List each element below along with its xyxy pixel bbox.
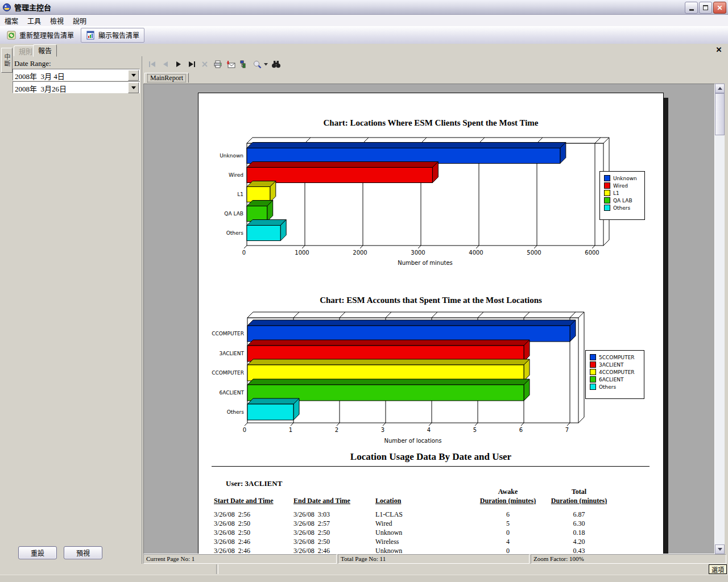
zoom-button[interactable] [251,59,263,69]
category-label: CCOMPUTER [212,370,244,376]
table-cell: 3/26/08 2:46 [214,547,293,554]
reset-button[interactable]: 重設 [18,546,57,559]
show-reports-label: 顯示報告清單 [98,30,139,40]
scroll-up-button[interactable] [715,84,725,93]
first-page-icon [148,61,156,68]
axis-tick [383,423,386,426]
restore-button[interactable] [699,2,712,14]
first-page-button[interactable] [147,59,158,69]
tick-label: 6 [519,427,523,433]
report-page: Chart: Locations Where ESM Clients Spent… [198,93,664,554]
legend-item: L1 [604,189,640,197]
group-tree-button[interactable] [238,59,250,69]
refresh-icon [7,31,16,40]
show-reports-button[interactable]: 顯示報告清單 [81,28,144,43]
scrollbar-thumb[interactable] [715,93,725,135]
axis-tick [291,423,293,426]
axis-tick [429,423,432,426]
axis-tick [418,246,421,248]
table-cell: 3/26/08 3:03 [293,510,375,519]
zoom-dropdown-button[interactable] [263,59,268,69]
tick-label: 5 [473,427,477,433]
main-report-tab[interactable]: MainReport [144,73,189,83]
table-cell: 3/26/08 2:46 [293,547,375,554]
table-cell: 3/26/08 2:50 [214,529,293,538]
table-cell: 3/26/08 2:57 [293,519,375,529]
refresh-reports-button[interactable]: 重新整理報告清單 [2,28,78,42]
minimize-button[interactable] [685,2,698,14]
table-row: 3/26/08 2:503/26/08 2:57Wired56.30 [214,519,623,529]
table-cell: Unknown [375,529,473,538]
legend-swatch [604,197,610,203]
options-button[interactable]: 選項 [709,564,727,574]
bar [247,148,560,164]
bar-top-face [247,398,299,404]
restore-icon [703,5,708,10]
legend-label: Unknown [613,176,637,181]
bar-top-face [247,220,286,226]
legend-item: Unknown [604,174,640,182]
table-cell: 5 [473,519,543,529]
last-page-button[interactable] [186,59,197,69]
date-from-dropdown-button[interactable] [128,70,139,81]
axis-tick [567,423,570,426]
legend-item: 3ACLIENT [590,361,640,368]
menu-item-view[interactable]: 檢視 [46,15,68,27]
tick-label: 2 [335,427,338,433]
date-to-dropdown-button[interactable] [128,82,139,93]
app-icon [2,3,11,12]
panel-close-button[interactable]: ✕ [714,45,723,54]
menu-item-file[interactable]: 檔案 [0,15,23,27]
legend-swatch [604,182,610,189]
prev-page-button[interactable] [160,59,171,69]
preview-button[interactable]: 預視 [64,546,102,559]
axis-tick [521,423,524,426]
table-cell: 4 [473,538,543,547]
legend-label: 3ACLIENT [599,362,624,368]
binoculars-icon [271,60,281,68]
legend-label: 4CCOMPUTER [599,369,635,375]
legend-label: Wired [613,183,628,189]
column-header-awake-duration: Duration (minutes) [480,497,536,505]
section-divider [212,466,650,467]
bar [247,404,293,420]
chevron-up-icon [718,87,722,90]
export-button[interactable] [225,59,237,69]
report-options-panel: Date Range: 2008年 3月 4日 2008年 3月26日 重設 預… [0,56,142,564]
column-header-start: Start Date and Time [214,497,274,505]
tab-reports[interactable]: 報告 [33,44,57,57]
scroll-down-button[interactable] [715,544,725,554]
print-button[interactable] [212,59,224,69]
minimize-icon [689,9,694,11]
table-row: 3/26/08 2:463/26/08 2:50Wireless44.20 [214,538,623,547]
date-to-combobox[interactable]: 2008年 3月26日 [13,81,140,93]
table-cell: 3/26/08 2:46 [214,538,293,547]
stop-loading-button[interactable] [199,59,210,69]
legend-swatch [590,369,596,375]
table-header-row: Start Date and Time End Date and Time Lo… [214,497,623,510]
search-button[interactable] [270,59,282,69]
bar [247,226,280,241]
accounts-chart-title: Chart: ESM Accounts that Spent Time at t… [198,296,663,305]
bar [247,326,570,342]
legend-item: Others [590,383,640,390]
vertical-tab-disconnect[interactable]: 中斷 [1,48,13,73]
date-from-combobox[interactable]: 2008年 3月 4日 [13,69,140,81]
close-button[interactable]: ✕ [713,2,726,14]
tick-label: 3000 [411,250,425,256]
bar-top-face [247,143,566,148]
menu-item-help[interactable]: 說明 [68,15,91,27]
legend-item: 6ACLIENT [590,376,640,383]
status-divider [216,564,218,574]
category-label: Others [226,230,244,236]
refresh-reports-label: 重新整理報告清單 [19,30,74,40]
vertical-scrollbar[interactable] [715,84,725,554]
legend-label: 5CCOMPUTER [599,355,635,360]
next-page-button[interactable] [173,59,184,69]
last-page-icon [188,61,196,68]
menu-item-tools[interactable]: 工具 [23,15,46,27]
column-header-awake: Awake [473,488,543,497]
category-label: Wired [229,172,243,178]
close-icon: ✕ [717,4,722,12]
table-cell: 4.20 [543,538,615,547]
